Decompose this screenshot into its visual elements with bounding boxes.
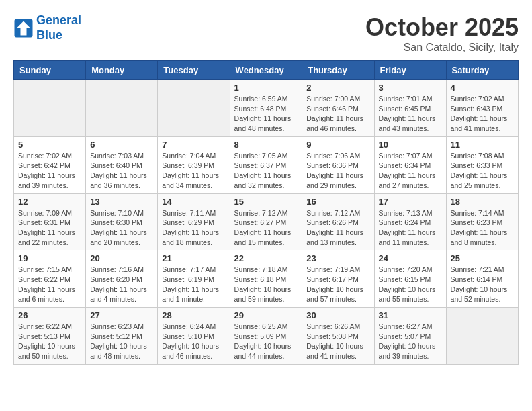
day-info: Sunrise: 7:05 AM Sunset: 6:37 PM Dayligh… [234,151,298,191]
day-of-week-header: Thursday [302,61,374,80]
day-number: 19 [18,253,81,263]
day-info: Sunrise: 6:22 AM Sunset: 5:13 PM Dayligh… [18,322,81,361]
day-number: 5 [18,140,81,150]
calendar-day-cell: 30Sunrise: 6:26 AM Sunset: 5:08 PM Dayli… [302,308,374,365]
day-number: 3 [379,83,442,93]
day-info: Sunrise: 6:23 AM Sunset: 5:12 PM Dayligh… [90,322,153,361]
calendar-day-cell: 2Sunrise: 7:00 AM Sunset: 6:46 PM Daylig… [302,80,374,137]
day-number: 24 [379,253,442,263]
day-info: Sunrise: 7:14 AM Sunset: 6:23 PM Dayligh… [451,208,514,248]
day-info: Sunrise: 7:04 AM Sunset: 6:39 PM Dayligh… [162,151,225,191]
calendar-day-cell: 3Sunrise: 7:01 AM Sunset: 6:45 PM Daylig… [374,80,446,137]
day-number: 12 [18,197,81,207]
location: San Cataldo, Sicily, Italy [365,42,519,54]
day-number: 17 [379,197,442,207]
day-info: Sunrise: 6:59 AM Sunset: 6:48 PM Dayligh… [234,94,298,134]
day-info: Sunrise: 7:19 AM Sunset: 6:17 PM Dayligh… [306,265,369,304]
calendar-day-cell: 11Sunrise: 7:08 AM Sunset: 6:33 PM Dayli… [446,136,518,193]
day-info: Sunrise: 7:06 AM Sunset: 6:36 PM Dayligh… [306,151,369,191]
day-number: 8 [234,140,298,150]
calendar-week-row: 26Sunrise: 6:22 AM Sunset: 5:13 PM Dayli… [14,308,519,365]
day-number: 6 [90,140,153,150]
calendar-day-cell: 25Sunrise: 7:21 AM Sunset: 6:14 PM Dayli… [446,250,518,308]
day-info: Sunrise: 7:12 AM Sunset: 6:27 PM Dayligh… [234,208,298,248]
calendar-day-cell: 31Sunrise: 6:27 AM Sunset: 5:07 PM Dayli… [374,308,446,365]
calendar-day-cell: 16Sunrise: 7:12 AM Sunset: 6:26 PM Dayli… [302,193,374,250]
day-info: Sunrise: 7:02 AM Sunset: 6:42 PM Dayligh… [18,151,81,191]
logo: General Blue [13,13,81,42]
day-info: Sunrise: 6:27 AM Sunset: 5:07 PM Dayligh… [379,322,442,361]
day-number: 26 [18,310,81,320]
calendar-week-row: 1Sunrise: 6:59 AM Sunset: 6:48 PM Daylig… [14,80,519,137]
day-info: Sunrise: 7:12 AM Sunset: 6:26 PM Dayligh… [306,208,369,248]
day-info: Sunrise: 6:25 AM Sunset: 5:09 PM Dayligh… [234,322,298,361]
day-of-week-header: Monday [86,61,158,80]
day-of-week-header: Saturday [446,61,518,80]
day-number: 23 [306,253,369,263]
calendar-week-row: 12Sunrise: 7:09 AM Sunset: 6:31 PM Dayli… [14,193,519,250]
calendar-day-cell [14,80,86,137]
day-number: 28 [162,310,225,320]
calendar-day-cell: 8Sunrise: 7:05 AM Sunset: 6:37 PM Daylig… [230,136,302,193]
day-number: 27 [90,310,153,320]
day-of-week-header: Tuesday [158,61,230,80]
calendar-day-cell: 7Sunrise: 7:04 AM Sunset: 6:39 PM Daylig… [158,136,230,193]
day-info: Sunrise: 7:08 AM Sunset: 6:33 PM Dayligh… [451,151,514,191]
calendar-day-cell: 6Sunrise: 7:03 AM Sunset: 6:40 PM Daylig… [86,136,158,193]
day-number: 9 [306,140,369,150]
logo-text: General Blue [36,13,81,42]
day-number: 10 [379,140,442,150]
day-info: Sunrise: 7:20 AM Sunset: 6:15 PM Dayligh… [379,265,442,304]
day-number: 2 [306,83,369,93]
calendar-day-cell: 17Sunrise: 7:13 AM Sunset: 6:24 PM Dayli… [374,193,446,250]
calendar-day-cell: 26Sunrise: 6:22 AM Sunset: 5:13 PM Dayli… [14,308,86,365]
day-number: 29 [234,310,298,320]
calendar-table: SundayMondayTuesdayWednesdayThursdayFrid… [13,60,519,365]
calendar-day-cell: 1Sunrise: 6:59 AM Sunset: 6:48 PM Daylig… [230,80,302,137]
calendar-day-cell: 10Sunrise: 7:07 AM Sunset: 6:34 PM Dayli… [374,136,446,193]
day-info: Sunrise: 7:18 AM Sunset: 6:18 PM Dayligh… [234,265,298,304]
month-title: October 2025 San Cataldo, Sicily, Italy [365,13,519,54]
calendar-day-cell: 27Sunrise: 6:23 AM Sunset: 5:12 PM Dayli… [86,308,158,365]
calendar-day-cell: 12Sunrise: 7:09 AM Sunset: 6:31 PM Dayli… [14,193,86,250]
day-info: Sunrise: 7:09 AM Sunset: 6:31 PM Dayligh… [18,208,81,248]
day-info: Sunrise: 7:21 AM Sunset: 6:14 PM Dayligh… [451,265,514,304]
day-number: 30 [306,310,369,320]
day-info: Sunrise: 6:26 AM Sunset: 5:08 PM Dayligh… [306,322,369,361]
calendar-day-cell: 18Sunrise: 7:14 AM Sunset: 6:23 PM Dayli… [446,193,518,250]
calendar-day-cell: 15Sunrise: 7:12 AM Sunset: 6:27 PM Dayli… [230,193,302,250]
day-info: Sunrise: 7:16 AM Sunset: 6:20 PM Dayligh… [90,265,153,304]
page-header: General Blue October 2025 San Cataldo, S… [13,13,519,54]
day-of-week-header: Sunday [14,61,86,80]
calendar-day-cell: 20Sunrise: 7:16 AM Sunset: 6:20 PM Dayli… [86,250,158,308]
day-number: 1 [234,83,298,93]
calendar-day-cell [86,80,158,137]
day-number: 11 [451,140,514,150]
day-number: 15 [234,197,298,207]
calendar-week-row: 5Sunrise: 7:02 AM Sunset: 6:42 PM Daylig… [14,136,519,193]
day-info: Sunrise: 7:11 AM Sunset: 6:29 PM Dayligh… [162,208,225,248]
calendar-day-cell: 9Sunrise: 7:06 AM Sunset: 6:36 PM Daylig… [302,136,374,193]
day-number: 25 [451,253,514,263]
day-info: Sunrise: 7:17 AM Sunset: 6:19 PM Dayligh… [162,265,225,304]
day-info: Sunrise: 7:03 AM Sunset: 6:40 PM Dayligh… [90,151,153,191]
calendar-day-cell: 22Sunrise: 7:18 AM Sunset: 6:18 PM Dayli… [230,250,302,308]
day-info: Sunrise: 7:15 AM Sunset: 6:22 PM Dayligh… [18,265,81,304]
day-info: Sunrise: 7:13 AM Sunset: 6:24 PM Dayligh… [379,208,442,248]
day-number: 31 [379,310,442,320]
day-info: Sunrise: 7:07 AM Sunset: 6:34 PM Dayligh… [379,151,442,191]
logo-icon [13,18,34,38]
calendar-day-cell: 5Sunrise: 7:02 AM Sunset: 6:42 PM Daylig… [14,136,86,193]
calendar-day-cell: 14Sunrise: 7:11 AM Sunset: 6:29 PM Dayli… [158,193,230,250]
calendar-week-row: 19Sunrise: 7:15 AM Sunset: 6:22 PM Dayli… [14,250,519,308]
calendar-day-cell [446,308,518,365]
calendar-day-cell: 21Sunrise: 7:17 AM Sunset: 6:19 PM Dayli… [158,250,230,308]
calendar-day-cell: 19Sunrise: 7:15 AM Sunset: 6:22 PM Dayli… [14,250,86,308]
day-info: Sunrise: 7:00 AM Sunset: 6:46 PM Dayligh… [306,94,369,134]
day-info: Sunrise: 7:10 AM Sunset: 6:30 PM Dayligh… [90,208,153,248]
day-info: Sunrise: 7:01 AM Sunset: 6:45 PM Dayligh… [379,94,442,134]
day-number: 16 [306,197,369,207]
calendar-day-cell: 29Sunrise: 6:25 AM Sunset: 5:09 PM Dayli… [230,308,302,365]
calendar-day-cell [158,80,230,137]
day-of-week-header: Wednesday [230,61,302,80]
